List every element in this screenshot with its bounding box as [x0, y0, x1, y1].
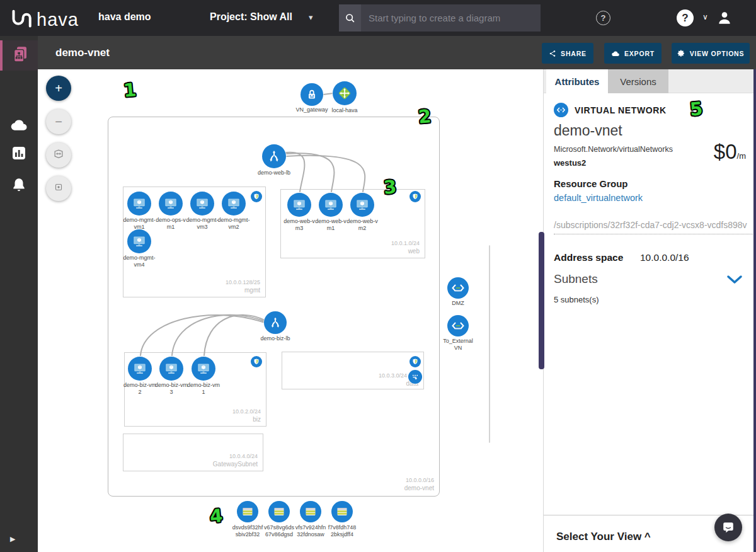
- annotation-5: 5: [689, 98, 704, 120]
- storage-account-icon[interactable]: [331, 501, 353, 522]
- diagram-title: demo-vnet: [55, 47, 110, 59]
- bell-icon: [11, 176, 27, 195]
- center-view-icon: [53, 181, 64, 196]
- project-selector[interactable]: Project: Show All: [210, 11, 292, 23]
- peering-external-label: To_External VN: [440, 338, 476, 352]
- subnet-mgmt-cidr: 10.0.0.128/25: [226, 279, 260, 285]
- fit-view-icon: [52, 147, 65, 163]
- vm-label: demo-biz-vm2: [123, 382, 157, 396]
- peering-dmz-icon[interactable]: [447, 277, 469, 299]
- resource-type-path: Microsoft.Network/virtualNetworks: [554, 145, 673, 154]
- subnet-web-cidr: 10.0.1.0/24: [391, 240, 420, 246]
- share-button[interactable]: SHARE: [542, 43, 593, 64]
- peering-external-icon[interactable]: [447, 315, 469, 336]
- vm-icon[interactable]: [287, 193, 311, 217]
- subnet-mgmt-name: mgmt: [244, 287, 260, 294]
- local-gateway-icon[interactable]: [333, 81, 357, 105]
- export-label: EXPORT: [624, 50, 655, 57]
- share-label: SHARE: [561, 50, 587, 57]
- nsg-shield-icon[interactable]: [251, 191, 262, 202]
- hava-logo-icon: [9, 6, 34, 33]
- vm-icon[interactable]: [159, 357, 183, 381]
- tab-attributes[interactable]: Attributes: [546, 69, 608, 93]
- nsg-shield-icon[interactable]: [410, 356, 421, 367]
- project-caret-icon[interactable]: ▾: [309, 13, 313, 22]
- vm-label: demo-web-vm3: [282, 218, 316, 233]
- address-space-value: 10.0.0.0/16: [640, 252, 689, 263]
- nsg-shield-icon[interactable]: [251, 356, 262, 367]
- sidebar-item-reports[interactable]: [0, 139, 38, 170]
- vm-icon[interactable]: [159, 192, 183, 216]
- cost-estimate: $0/m: [714, 140, 746, 164]
- bar-chart-icon: [11, 146, 26, 163]
- subnet-gateway[interactable]: 10.0.4.0/24 GatewaySubnet: [123, 434, 263, 471]
- zoom-in-label: +: [55, 81, 62, 96]
- chat-widget-icon[interactable]: [714, 514, 742, 541]
- sidebar-item-alerts[interactable]: [0, 171, 38, 201]
- search-icon[interactable]: [339, 4, 361, 32]
- diagram-search[interactable]: [339, 4, 541, 32]
- resource-group-link[interactable]: default_virtualnetwork: [554, 193, 643, 203]
- storage-account-icon[interactable]: [237, 501, 258, 522]
- vm-icon[interactable]: [222, 192, 246, 216]
- annotation-1: 1: [123, 79, 137, 101]
- left-sidebar: ▶: [0, 36, 38, 552]
- virtual-network-icon: [554, 103, 568, 117]
- help-outline-icon[interactable]: ?: [596, 11, 610, 25]
- subnet-data-cidr: 10.0.3.0/24: [379, 372, 407, 379]
- vm-label: demo-biz-vm1: [186, 382, 220, 396]
- vm-icon[interactable]: [128, 357, 152, 381]
- tab-versions[interactable]: Versions: [608, 69, 668, 93]
- subnets-chevron-down-icon[interactable]: [726, 275, 743, 287]
- user-avatar-icon[interactable]: [716, 9, 733, 26]
- vm-label: demo-web-vm1: [314, 218, 348, 233]
- storage-account-label: f7v8fdh748 2bksjdff4: [323, 524, 362, 539]
- nsg-shield-icon[interactable]: [410, 191, 421, 202]
- window-scrollbar-track[interactable]: [753, 69, 756, 552]
- vm-label: demo-mgmt-vm3: [185, 217, 219, 231]
- zoom-out-button[interactable]: −: [46, 109, 71, 134]
- vpn-gateway-icon[interactable]: [301, 83, 323, 106]
- vm-icon[interactable]: [319, 193, 343, 217]
- cloud-icon: [9, 118, 28, 134]
- search-input[interactable]: [361, 4, 541, 32]
- vm-label: demo-ops-vm1: [154, 217, 188, 231]
- user-menu-caret-icon[interactable]: ∨: [702, 13, 708, 21]
- fit-view-button[interactable]: [46, 142, 71, 168]
- annotation-3: 3: [383, 176, 398, 198]
- vm-label: demo-mgmt-vm4: [122, 255, 156, 269]
- view-options-button[interactable]: VIEW OPTIONS: [672, 43, 750, 64]
- resource-type-row: VIRTUAL NETWORK: [554, 103, 667, 117]
- vnet-name: demo-vnet: [404, 485, 434, 492]
- subnet-biz-cidr: 10.0.2.0/24: [232, 408, 261, 415]
- panel-tab-bar: Attributes Versions: [544, 69, 756, 93]
- sidebar-item-sources[interactable]: [0, 111, 38, 141]
- vm-icon[interactable]: [350, 193, 374, 217]
- storage-account-icon[interactable]: [268, 501, 290, 522]
- hava-logo[interactable]: hava: [9, 6, 79, 33]
- vm-icon[interactable]: [127, 192, 151, 216]
- export-button[interactable]: EXPORT: [604, 43, 662, 64]
- cost-amount: $0: [714, 140, 737, 163]
- vm-icon[interactable]: [192, 357, 215, 381]
- subnet-data[interactable]: 10.0.3.0/24 data: [282, 352, 424, 389]
- resource-region: westus2: [554, 158, 586, 168]
- biz-load-balancer-icon[interactable]: [264, 311, 287, 334]
- sidebar-item-environments[interactable]: [0, 40, 38, 71]
- subnets-count: 5 subnets(s): [554, 295, 599, 304]
- vnet-cidr: 10.0.0.0/16: [406, 477, 434, 483]
- panel-scrollbar-thumb[interactable]: [539, 232, 544, 369]
- subnet-biz-name: biz: [253, 416, 261, 423]
- web-load-balancer-icon[interactable]: [262, 144, 286, 168]
- vm-icon[interactable]: [190, 192, 214, 216]
- help-icon[interactable]: ?: [677, 9, 694, 26]
- zoom-in-button[interactable]: +: [46, 76, 71, 101]
- center-view-button[interactable]: [46, 176, 71, 201]
- vm-label: demo-mgmt-vm2: [217, 217, 251, 231]
- diagram-canvas[interactable]: + − 1 2 3 4 VN_gateway local-hava 10.0.0…: [38, 69, 543, 552]
- select-your-view[interactable]: Select Your View ^: [556, 531, 651, 543]
- route-table-icon[interactable]: [408, 370, 422, 384]
- vm-icon[interactable]: [127, 229, 151, 253]
- storage-account-icon[interactable]: [300, 501, 321, 522]
- sidebar-expand-icon[interactable]: ▶: [10, 535, 15, 543]
